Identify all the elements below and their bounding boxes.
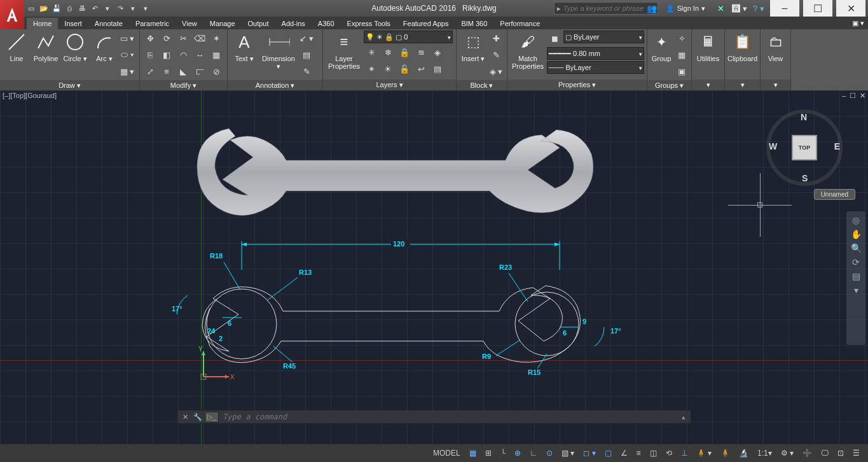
tab-parametric[interactable]: Parametric — [129, 18, 176, 29]
status-lw-icon[interactable]: ≡ — [633, 446, 644, 460]
hatch-icon[interactable]: ▦ ▾ — [120, 64, 135, 79]
search-input[interactable] — [563, 4, 646, 12]
layer-lock-icon[interactable]: 🔒 — [397, 45, 412, 60]
status-ui-icon[interactable]: ⊡ — [834, 446, 847, 460]
layer-prev-icon[interactable]: ↩ — [413, 61, 429, 76]
panel-properties-title[interactable]: Properties ▾ — [507, 80, 647, 90]
status-monitor-icon[interactable]: 🖵 — [818, 446, 832, 460]
undo-dd-icon[interactable]: ▾ — [102, 3, 113, 14]
copy-icon[interactable]: ⎘ — [142, 47, 158, 62]
tab-express[interactable]: Express Tools — [341, 18, 397, 29]
maximize-button[interactable]: ☐ — [803, 0, 832, 17]
status-infer-icon[interactable]: └ — [497, 446, 509, 460]
clipboard-button[interactable]: 📋Clipboard — [729, 31, 757, 62]
arc-button[interactable]: Arc ▾ — [90, 31, 118, 62]
a360-icon[interactable]: 🅰 ▾ — [732, 1, 747, 16]
status-annomon-icon[interactable]: ➕ — [799, 446, 815, 460]
polyline-button[interactable]: Polyline — [32, 31, 60, 62]
plot-icon[interactable]: 🖶 — [76, 3, 88, 14]
new-icon[interactable]: ▭ — [25, 3, 37, 14]
group-button[interactable]: ✦Group — [650, 31, 673, 62]
text-button[interactable]: AText ▾ — [230, 31, 258, 62]
status-custom-icon[interactable]: ☰ — [850, 446, 863, 460]
color-control-icon[interactable]: ◼ — [547, 31, 562, 46]
tab-manage[interactable]: Manage — [203, 18, 242, 29]
status-otrack-icon[interactable]: ∠ — [617, 446, 631, 460]
view-button[interactable]: 🗀View — [763, 31, 788, 62]
cmd-close-icon[interactable]: ✕ — [180, 413, 191, 421]
attrib-icon[interactable]: ◈ ▾ — [488, 64, 504, 79]
open-icon[interactable]: 📂 — [38, 3, 50, 14]
zoom-icon[interactable]: 🔍 — [851, 243, 862, 253]
status-osnap-icon[interactable]: ◻ ▾ — [580, 446, 598, 460]
layer-thaw-icon[interactable]: ☀ — [380, 61, 396, 76]
redo-dd-icon[interactable]: ▾ — [127, 3, 139, 14]
fillet-icon[interactable]: ◠ — [176, 47, 191, 62]
status-polar-icon[interactable]: ⊙ — [543, 446, 556, 460]
nav-dd-icon[interactable]: ▾ — [854, 285, 858, 295]
erase-icon[interactable]: ⌫ — [192, 31, 207, 46]
orbit-icon[interactable]: ⟳ — [852, 257, 860, 267]
wheel-icon[interactable]: ◎ — [852, 215, 860, 225]
tab-addins[interactable]: Add-ins — [275, 18, 312, 29]
panel-groups-title[interactable]: Groups ▾ — [647, 80, 691, 91]
chamfer-icon[interactable]: ◣ — [176, 64, 191, 79]
status-annoscale-icon[interactable]: 🔬 — [736, 446, 752, 460]
leader-icon[interactable]: ↙ ▾ — [299, 31, 314, 46]
tab-performance[interactable]: Performance — [493, 18, 546, 29]
insert-block-button[interactable]: ⬚Insert ▾ — [459, 31, 487, 62]
status-filter-icon[interactable]: 🧍 — [717, 446, 733, 460]
table-icon[interactable]: ▤ — [299, 47, 314, 62]
color-dd[interactable]: ▢ ByLayer▾ — [563, 31, 644, 43]
command-input[interactable] — [223, 412, 679, 421]
viewcube-east[interactable]: E — [834, 141, 840, 151]
save-icon[interactable]: 💾 — [51, 3, 62, 14]
viewcube-face[interactable]: TOP — [792, 135, 817, 160]
cmd-prompt-icon[interactable]: ▷_ — [205, 412, 219, 423]
ucs-badge[interactable]: Unnamed — [814, 189, 855, 200]
layer-iso-icon[interactable]: ◈ — [430, 45, 445, 60]
minimize-button[interactable]: – — [770, 0, 799, 17]
drawing-area[interactable]: [–][Top][Gouraud] – ☐ ✕ TOP N S E W Unna… — [0, 90, 868, 444]
viewcube-south[interactable]: S — [802, 173, 808, 183]
vp-min-icon[interactable]: – — [842, 92, 846, 100]
vp-max-icon[interactable]: ☐ — [850, 92, 856, 100]
lineweight-dd[interactable]: ━━━━━ 0.80 mm▾ — [547, 47, 644, 60]
explode-icon[interactable]: ✶ — [209, 31, 224, 46]
viewcube[interactable]: TOP N S E W — [766, 109, 843, 186]
redo-icon[interactable]: ↷ — [114, 3, 126, 14]
layer-match-icon[interactable]: ≋ — [413, 45, 429, 60]
panel-draw-title[interactable]: Draw ▾ — [0, 80, 139, 91]
rotate-icon[interactable]: ⟳ — [159, 31, 174, 46]
panel-modify-title[interactable]: Modify ▾ — [140, 80, 227, 91]
tab-view[interactable]: View — [176, 18, 203, 29]
exchange-icon[interactable]: ✕ — [713, 1, 728, 16]
dimension-button[interactable]: Dimension ▾ — [259, 31, 298, 70]
layer-selector[interactable]: 💡 ☀ 🔒 ▢ 0▾ — [364, 31, 453, 43]
layer-unlock-icon[interactable]: 🔓 — [397, 61, 412, 76]
status-scale[interactable]: 1:1 ▾ — [754, 446, 775, 460]
app-menu-button[interactable] — [0, 0, 24, 29]
tab-bim360[interactable]: BIM 360 — [455, 18, 493, 29]
panel-utilities-title[interactable]: ▾ — [692, 80, 724, 90]
tab-output[interactable]: Output — [242, 18, 275, 29]
match-properties-button[interactable]: 🖌Match Properties — [510, 31, 546, 70]
status-grid-icon[interactable]: ▦ — [466, 446, 479, 460]
panel-annotation-title[interactable]: Annotation ▾ — [228, 80, 322, 91]
mirror-icon[interactable]: ◧ — [159, 47, 174, 62]
layer-walk-icon[interactable]: ▤ — [430, 61, 445, 76]
edit-block-icon[interactable]: ✎ — [488, 47, 504, 62]
showmotion-icon[interactable]: ▤ — [852, 271, 860, 281]
status-ws-icon[interactable]: ⚙ ▾ — [778, 446, 797, 460]
minimize-ribbon-icon[interactable]: ▣ ▾ — [848, 17, 868, 29]
status-cycle-icon[interactable]: ⟲ — [663, 446, 675, 460]
array-icon[interactable]: ▦ — [209, 47, 224, 62]
tab-featured[interactable]: Featured Apps — [397, 18, 455, 29]
line-button[interactable]: Line — [3, 31, 31, 62]
ungroup-icon[interactable]: ✧ — [674, 31, 689, 46]
panel-view-title[interactable]: ▾ — [761, 80, 790, 90]
status-snap-icon[interactable]: ⊞ — [482, 446, 495, 460]
status-transparency-icon[interactable]: ◫ — [647, 446, 660, 460]
layer-properties-button[interactable]: ≡Layer Properties — [326, 31, 362, 70]
search-dd-icon[interactable]: ▸ — [555, 4, 563, 13]
